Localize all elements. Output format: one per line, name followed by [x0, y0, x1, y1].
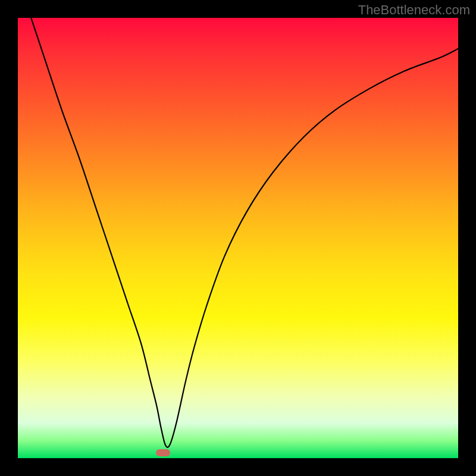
plot-area	[18, 18, 458, 458]
chart-curve	[18, 18, 458, 458]
curve-path	[31, 18, 458, 447]
bottleneck-marker	[156, 449, 170, 456]
watermark-text: TheBottleneck.com	[358, 2, 470, 18]
